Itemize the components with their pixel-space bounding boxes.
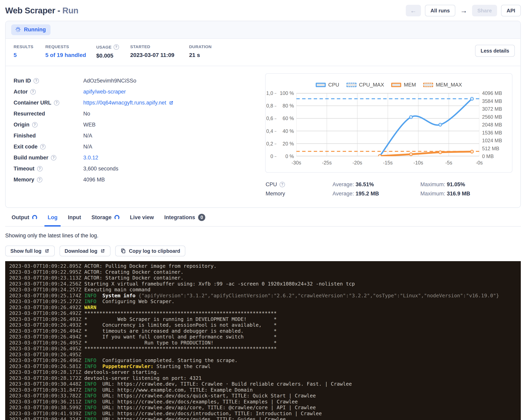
legend-swatch [423, 83, 433, 87]
ratio-tick-label: 0,4 [266, 128, 276, 134]
log-segment: * Run type to PRODUCTION! * [84, 340, 277, 346]
time-tick-label: -30s [292, 160, 301, 166]
status-badge: Running [11, 24, 51, 35]
help-icon[interactable] [40, 144, 46, 149]
log-segment: URL: https://crawlee.dev, TITLE: Crawlee… [96, 381, 352, 387]
detail-label-text: Actor [14, 89, 28, 95]
show-full-log-button[interactable]: Show full log [5, 246, 55, 256]
tab-integrations[interactable]: Integrations0 [164, 214, 205, 226]
help-icon[interactable] [280, 182, 285, 187]
tab-input[interactable]: Input [68, 214, 81, 226]
tab-storage[interactable]: Storage [91, 214, 120, 226]
tab-output[interactable]: Output [11, 214, 37, 226]
detail-row: Memory4096 MB [14, 174, 257, 185]
detail-label-text: Run ID [14, 78, 31, 84]
detail-value: https://0q64wnacgyft.runs.apify.net [83, 100, 174, 106]
log-line: 2023-03-07T10:09:36.211Z INFO URL: https… [9, 399, 521, 405]
log-timestamp: 2023-03-07T10:09:44.324Z [9, 416, 84, 420]
log-segment: Executing main command [84, 287, 150, 293]
log-segment: ****************************************… [84, 346, 277, 351]
help-icon[interactable] [37, 166, 42, 171]
help-icon[interactable] [30, 89, 36, 94]
detail-label: Origin [14, 122, 83, 128]
stat-label: DURATION [189, 44, 212, 49]
log-timestamp: 2023-03-07T10:09:36.211Z [9, 399, 84, 405]
detail-value-link[interactable]: https://0q64wnacgyft.runs.apify.net [83, 100, 166, 106]
help-icon[interactable] [51, 155, 56, 160]
log-timestamp: 2023-03-07T10:09:22.895Z [9, 263, 84, 269]
log-line: 2023-03-07T10:09:31.847Z INFO URL: http:… [9, 387, 521, 393]
average-value: 195.2 MB [356, 191, 379, 197]
help-icon[interactable] [114, 44, 119, 50]
log-timestamp: 2023-03-07T10:09:28.171Z [9, 369, 84, 375]
maximum-value: 91.05% [447, 181, 465, 187]
log-segment: * Web Scraper is running in DEVELOPMENT … [84, 316, 277, 322]
status-strip: Running [6, 21, 520, 39]
log-timestamp: 2023-03-07T10:09:26.495Z [9, 352, 84, 358]
log-timestamp: 2023-03-07T10:09:25.272Z [9, 298, 84, 304]
usage-summary-row: MemoryAverage:195.2 MBMaximum:316.9 MB [266, 189, 512, 198]
copy-log-to-clipboard-button[interactable]: Copy log to clipboard [115, 246, 185, 256]
less-details-button[interactable]: Less details [475, 45, 515, 57]
legend-item-mem_max[interactable]: MEM_MAX [423, 82, 462, 88]
legend-item-cpu_max[interactable]: CPU_MAX [346, 82, 384, 88]
log-segment: * Concurrency is limited, sessionPool is… [84, 322, 277, 328]
arrow-left-icon: ← [410, 7, 416, 14]
next-run-button[interactable]: → [459, 5, 468, 16]
api-button[interactable]: API [501, 5, 521, 16]
log-segment: ACTOR: Starting Docker container. [84, 275, 183, 281]
log-timestamp: 2023-03-07T10:09:26.496Z [9, 358, 84, 363]
detail-value: AdOz5evimh9NCiSSo [83, 78, 136, 84]
help-icon[interactable] [32, 122, 38, 127]
detail-label-text: Origin [14, 122, 30, 128]
detail-row: ResurrectedNo [14, 108, 257, 119]
run-detail-page: Web Scraper - Run ← All runs → Share API [0, 0, 526, 420]
log-segment: INFO [84, 363, 96, 369]
legend-label: MEM_MAX [436, 82, 462, 88]
detail-value-link[interactable]: 3.0.12 [83, 155, 98, 161]
help-icon[interactable] [54, 100, 59, 105]
log-timestamp: 2023-03-07T10:09:26.493Z [9, 322, 84, 328]
log-segment: URL: http://www.example.com, TITLE: Exam… [96, 387, 253, 393]
log-timestamp: 2023-03-07T10:09:23.113Z [9, 275, 84, 281]
stat-value[interactable]: 5 of 19 handled [45, 52, 96, 58]
axis-ratio-labels: 1,00,80,60,40,20 [269, 93, 279, 156]
log-segment: URL: https://crawlee.dev/docs/quick-star… [96, 393, 316, 399]
share-button[interactable]: Share [472, 5, 497, 16]
tab-live-view[interactable]: Live view [130, 214, 154, 226]
help-icon[interactable] [37, 177, 42, 183]
all-runs-button[interactable]: All runs [425, 5, 455, 16]
detail-value: 4096 MB [83, 177, 105, 183]
help-icon[interactable] [34, 78, 39, 83]
legend-item-cpu[interactable]: CPU [316, 82, 339, 88]
legend-item-mem[interactable]: MEM [391, 82, 416, 88]
run-card: Running RESULTS5REQUESTS5 of 19 handledU… [5, 21, 521, 208]
detail-value: No [83, 111, 90, 117]
percent-tick-label: 0 % [285, 154, 294, 159]
log-timestamp: 2023-03-07T10:09:33.782Z [9, 393, 84, 399]
detail-row: Build number3.0.12 [14, 152, 257, 163]
log-line: 2023-03-07T10:09:22.995Z ACTOR: Creating… [9, 269, 521, 275]
axis-percent-labels: 100 %80 %60 %40 %20 %0 % [279, 93, 296, 156]
time-tick-label: -5s [445, 160, 452, 166]
ratio-tick-label: 0 [270, 154, 276, 159]
previous-run-button[interactable]: ← [406, 5, 421, 16]
spinner-arc-icon [114, 215, 119, 220]
log-line: 2023-03-07T10:09:26.494Z * If you want f… [9, 334, 521, 340]
log-segment: PuppeteerCrawler: [102, 363, 153, 369]
stat-label-text: REQUESTS [45, 44, 69, 49]
log-segment: Starting X virtual framebuffer using: Xv… [84, 281, 355, 287]
log-timestamp: 2023-03-07T10:09:24.257Z [9, 287, 84, 293]
stat-label-text: DURATION [189, 44, 212, 49]
log-line: 2023-03-07T10:09:44.324Z INFO URL: https… [9, 416, 521, 420]
stat-value[interactable]: 5 [14, 52, 45, 58]
detail-row: Exit codeN/A [14, 141, 257, 152]
ratio-tick-label: 0,2 [266, 141, 276, 146]
log-terminal[interactable]: 2023-03-07T10:09:22.895Z ACTOR: Pulling … [5, 261, 521, 420]
download-log-button[interactable]: Download log [60, 246, 111, 256]
log-line: 2023-03-07T10:09:26.493Z * Web Scraper i… [9, 316, 521, 322]
tab-log[interactable]: Log [48, 214, 57, 226]
detail-value-link[interactable]: apify/web-scraper [83, 89, 126, 95]
external-link-icon[interactable] [169, 100, 174, 105]
log-timestamp: 2023-03-07T10:09:26.495Z [9, 340, 84, 346]
